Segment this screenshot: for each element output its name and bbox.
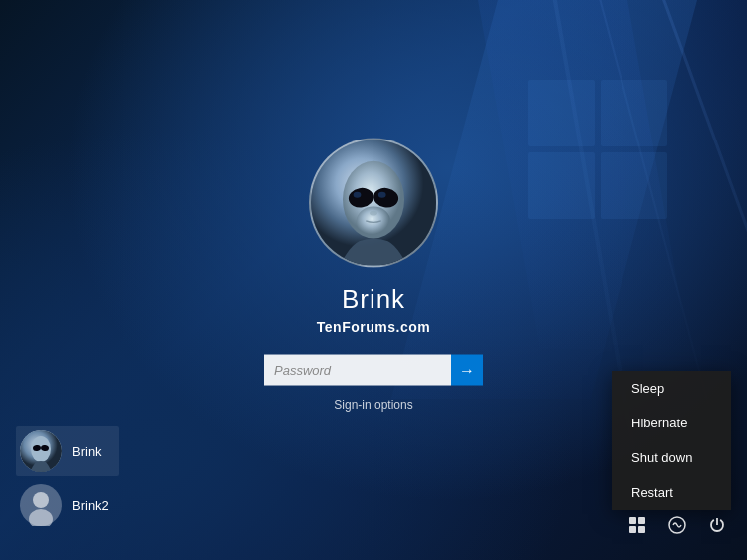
user-list: Brink Brink2 — [16, 426, 119, 530]
power-menu-restart[interactable]: Restart — [612, 475, 731, 510]
accessibility-icon[interactable] — [663, 511, 691, 544]
login-panel: Brink TenForums.com → Sign-in options — [224, 139, 523, 412]
signin-options-link[interactable]: Sign-in options — [334, 398, 412, 412]
user-name-brink2: Brink2 — [72, 498, 109, 513]
username-label: Brink — [342, 284, 405, 315]
user-avatar-brink — [20, 430, 62, 472]
password-input[interactable] — [264, 355, 451, 386]
user-avatar-main — [309, 139, 438, 268]
power-icon[interactable] — [703, 511, 731, 544]
bottom-controls — [623, 511, 731, 544]
power-menu-hibernate[interactable]: Hibernate — [612, 406, 731, 440]
svg-rect-18 — [638, 526, 645, 533]
user-item-brink[interactable]: Brink — [16, 426, 119, 476]
windows-logo — [528, 80, 667, 219]
user-avatar-brink2 — [20, 484, 62, 526]
svg-point-6 — [378, 192, 386, 198]
network-icon[interactable] — [623, 511, 651, 544]
svg-rect-16 — [638, 517, 645, 524]
submit-button[interactable]: → — [451, 355, 483, 386]
svg-rect-17 — [629, 526, 636, 533]
svg-point-7 — [370, 211, 377, 216]
power-menu-shutdown[interactable]: Shut down — [612, 440, 731, 475]
power-menu-sleep[interactable]: Sleep — [612, 371, 731, 406]
power-context-menu: Sleep Hibernate Shut down Restart — [612, 371, 731, 510]
svg-rect-15 — [629, 517, 636, 524]
user-item-brink2[interactable]: Brink2 — [16, 480, 119, 530]
user-name-brink: Brink — [72, 444, 102, 459]
svg-point-5 — [354, 192, 362, 198]
svg-point-13 — [33, 492, 49, 508]
subtitle-label: TenForums.com — [317, 319, 430, 335]
password-row: → — [264, 355, 483, 386]
